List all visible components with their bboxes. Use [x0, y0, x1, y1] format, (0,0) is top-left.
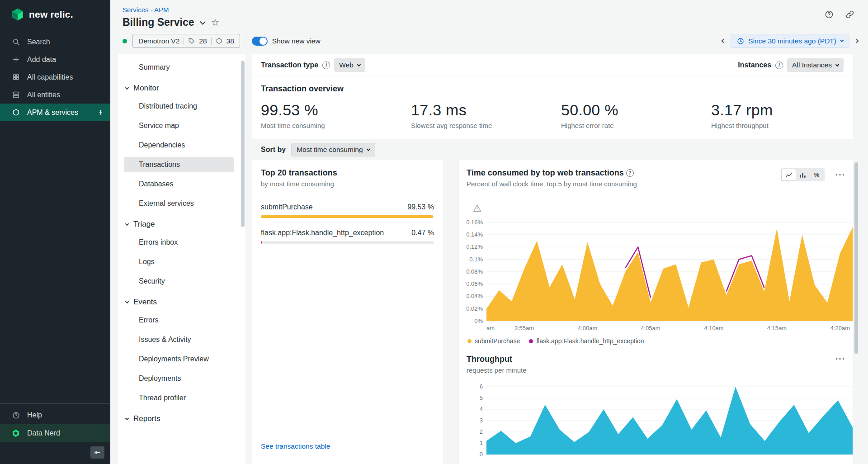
info-icon[interactable]: [322, 62, 330, 69]
sidebar-item-apm-services[interactable]: APM & services: [0, 104, 110, 121]
metric-label: Highest error rate: [561, 122, 711, 129]
nav-item-external-services[interactable]: External services: [124, 196, 234, 211]
throughput-chart[interactable]: 6543210: [467, 378, 853, 456]
entities-count: 38: [226, 37, 234, 45]
nav-item-logs[interactable]: Logs: [124, 254, 234, 270]
transaction-bar-fill: [261, 241, 262, 244]
legend-item-flask-app-flask-handle-http-exception[interactable]: flask.app:Flask.handle_http_exception: [529, 337, 644, 345]
time-picker[interactable]: Since 30 minutes ago (PDT): [731, 34, 849, 48]
line-chart-icon-button[interactable]: [782, 169, 796, 180]
transaction-bar-track: [261, 215, 434, 218]
nav-scrollbar[interactable]: [241, 61, 245, 227]
overview-metric: 3.17 rpmHighest throughput: [711, 101, 861, 129]
svg-text:0.08%: 0.08%: [467, 268, 483, 275]
nav-item-service-map[interactable]: Service map: [124, 118, 234, 133]
new-relic-logo[interactable]: new relic.: [0, 0, 110, 29]
warning-icon[interactable]: [473, 204, 482, 213]
see-transactions-table-link[interactable]: See transactions table: [261, 442, 434, 450]
nav-item-errors[interactable]: Errors: [124, 312, 234, 328]
sidebar-item-all-capabilities[interactable]: All capabilities: [0, 68, 110, 86]
nav-item-distributed-tracing[interactable]: Distributed tracing: [124, 99, 234, 114]
nav-item-security[interactable]: Security: [124, 274, 234, 289]
svg-text:0.04%: 0.04%: [467, 293, 483, 299]
show-new-view-toggle[interactable]: [252, 37, 268, 46]
transaction-name: flask.app:Flask.handle_http_exception: [261, 229, 384, 237]
transaction-row[interactable]: submitPurchase99.53 %: [261, 203, 434, 218]
chevron-down-icon: [357, 62, 361, 66]
svg-text:4:05am: 4:05am: [641, 325, 660, 331]
svg-text:2: 2: [480, 428, 483, 435]
nav-item-transactions[interactable]: Transactions: [124, 157, 234, 172]
sidebar-collapse-button[interactable]: [90, 446, 104, 459]
breadcrumb[interactable]: Services - APM: [123, 6, 169, 14]
help-circle-icon[interactable]: [825, 10, 834, 28]
page-title: Billing Service: [123, 16, 194, 28]
metric-label: Highest throughput: [711, 122, 861, 129]
throughput-block: Throughput requests per minute 6543210: [467, 355, 853, 456]
nav-item-databases[interactable]: Databases: [124, 176, 234, 192]
transaction-overview-card: Transaction overview 99.53 %Most time co…: [252, 76, 853, 139]
nav-section-label: Triage: [133, 220, 155, 229]
chevron-down-icon: [125, 416, 129, 420]
time-consumed-chart[interactable]: 0%0.02%0.04%0.06%0.08%0.1%0.12%0.14%0.16…: [467, 216, 853, 335]
entity-selector[interactable]: Demotron V2 28 38: [132, 34, 240, 48]
more-options-button[interactable]: [835, 355, 845, 363]
sort-by-label: Sort by: [261, 146, 286, 154]
transaction-type-value: Web: [339, 61, 354, 69]
svg-text:1: 1: [480, 440, 483, 446]
favorite-star-icon[interactable]: [211, 18, 220, 27]
toggle-knob: [259, 38, 267, 45]
question-icon[interactable]: [626, 169, 634, 177]
transactions-title: Top 20 transactions: [261, 168, 434, 178]
pin-icon: [97, 109, 104, 116]
nav-item-deployments-preview[interactable]: Deployments Preview: [124, 351, 234, 367]
sort-by-select[interactable]: Most time consuming: [291, 143, 375, 156]
transaction-type-select[interactable]: Web: [334, 58, 365, 72]
instances-value: All Instances: [792, 61, 832, 69]
transaction-value: 99.53 %: [407, 203, 434, 211]
time-forward-button[interactable]: [852, 37, 861, 45]
nav-section-monitor[interactable]: Monitor: [126, 84, 245, 93]
nav-section-events[interactable]: Events: [126, 298, 245, 307]
sidebar-item-add-data[interactable]: Add data: [0, 51, 110, 68]
nav-item-errors-inbox[interactable]: Errors inbox: [124, 235, 234, 250]
time-consumed-block: Time consumed by top web transactions Pe…: [467, 168, 853, 345]
sidebar-item-data-nerd[interactable]: Data Nerd: [0, 424, 110, 442]
transaction-bar-track: [261, 241, 434, 244]
time-picker-value: Since 30 minutes ago (PDT): [748, 37, 836, 45]
percent-icon-button[interactable]: [810, 169, 824, 180]
nav-item-issues-activity[interactable]: Issues & Activity: [124, 332, 234, 347]
bar-chart-icon-button[interactable]: [796, 169, 810, 180]
nav-item-deployments[interactable]: Deployments: [124, 371, 234, 386]
filter-bar: Transaction type Web Instances All Insta…: [252, 54, 853, 76]
metric-value: 50.00 %: [561, 101, 711, 119]
scrollbar-thumb[interactable]: [854, 162, 858, 354]
svg-text:0%: 0%: [474, 317, 483, 324]
nav-item-dependencies[interactable]: Dependencies: [124, 137, 234, 153]
nav-section-triage[interactable]: Triage: [126, 220, 245, 229]
svg-text:0: 0: [480, 451, 483, 456]
instances-select[interactable]: All Instances: [787, 58, 844, 72]
sidebar-item-all-entities[interactable]: All entities: [0, 86, 110, 104]
sidebar-item-label: Help: [27, 411, 42, 419]
time-back-button[interactable]: [719, 37, 728, 45]
chevron-down-icon: [835, 62, 839, 66]
transaction-row[interactable]: flask.app:Flask.handle_http_exception0.4…: [261, 229, 434, 244]
logo-text: new relic.: [29, 9, 73, 20]
nav-item-thread-profiler[interactable]: Thread profiler: [124, 390, 234, 406]
permalink-icon[interactable]: [845, 10, 854, 28]
title-chevron-down-icon[interactable]: [200, 19, 206, 25]
legend-item-submitpurchase[interactable]: submitPurchase: [467, 337, 520, 345]
divider: [211, 38, 212, 45]
sidebar-item-search[interactable]: Search: [0, 33, 110, 51]
sidebar-item-help[interactable]: Help: [0, 406, 110, 424]
info-icon[interactable]: [775, 62, 783, 69]
svg-text:0.14%: 0.14%: [467, 231, 483, 238]
instances-label: Instances: [738, 61, 771, 69]
entities-icon: [11, 91, 20, 99]
more-options-button[interactable]: [835, 170, 845, 179]
nav-section-reports[interactable]: Reports: [126, 414, 245, 423]
nr-logo-icon: [11, 8, 24, 21]
metric-label: Slowest avg response time: [411, 122, 561, 129]
nav-item-summary[interactable]: Summary: [124, 60, 234, 75]
